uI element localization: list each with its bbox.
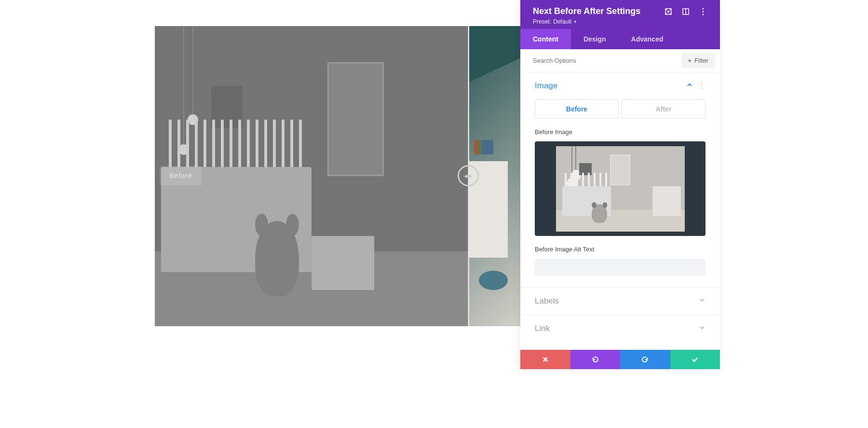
search-filter-row: + Filter (520, 49, 720, 72)
before-overlay-label: Before (160, 166, 202, 185)
before-image-picker[interactable] (535, 141, 705, 236)
preset-selector[interactable]: Preset: Default ▼ (533, 18, 707, 25)
settings-tabs: Content Design Advanced (520, 29, 720, 49)
panel-header: Next Before After Settings Preset: Defau… (520, 0, 720, 29)
section-image: Image ⋮ Before After Before Image (520, 72, 720, 288)
undo-icon (591, 356, 599, 363)
slider-arrow-right-icon: ▶ (469, 173, 473, 179)
more-menu-icon[interactable] (699, 7, 707, 16)
tab-design[interactable]: Design (571, 29, 619, 49)
section-link-header[interactable]: Link (520, 315, 720, 342)
settings-panel: Next Before After Settings Preset: Defau… (520, 0, 720, 369)
section-image-header[interactable]: Image ⋮ (520, 72, 720, 99)
svg-point-3 (703, 8, 704, 9)
slider-arrow-left-icon: ◀ (464, 173, 468, 179)
search-input[interactable] (533, 53, 681, 68)
section-labels: Labels (520, 288, 720, 315)
preset-label: Preset: (533, 18, 551, 25)
check-icon (691, 356, 699, 363)
alt-text-label: Before Image Alt Text (535, 246, 705, 253)
preset-value: Default (553, 18, 571, 25)
svg-point-5 (703, 14, 704, 15)
slider-handle[interactable]: ◀ ▶ (458, 165, 479, 186)
before-image-thumbnail (556, 146, 685, 232)
before-after-toggle: Before After (535, 99, 705, 119)
filter-label: Filter (694, 57, 708, 64)
toggle-before[interactable]: Before (535, 99, 619, 119)
options-scroll-area[interactable]: Image ⋮ Before After Before Image (520, 72, 720, 350)
save-button[interactable] (670, 350, 720, 369)
chevron-down-icon (699, 324, 705, 333)
section-link-title: Link (535, 324, 550, 333)
before-image-label: Before Image (535, 128, 705, 136)
preset-dropdown-icon: ▼ (573, 20, 577, 24)
section-labels-header[interactable]: Labels (520, 288, 720, 315)
chevron-up-icon (686, 82, 693, 90)
before-after-preview: Before ◀ ▶ (155, 26, 520, 326)
panel-title: Next Before After Settings (533, 6, 640, 16)
tab-content[interactable]: Content (520, 29, 571, 49)
cancel-button[interactable] (520, 350, 570, 369)
redo-button[interactable] (620, 350, 670, 369)
section-image-title: Image (535, 81, 557, 91)
undo-button[interactable] (570, 350, 621, 369)
section-labels-title: Labels (535, 296, 559, 306)
redo-icon (641, 356, 649, 363)
section-image-body: Before After Before Image (520, 99, 720, 287)
plus-icon: + (688, 57, 692, 64)
filter-button[interactable]: + Filter (681, 53, 715, 68)
close-icon (542, 356, 549, 363)
before-image-area: Before (155, 26, 468, 326)
snap-icon[interactable] (681, 7, 690, 16)
tab-advanced[interactable]: Advanced (619, 29, 676, 49)
footer-actions (520, 350, 720, 369)
section-link: Link (520, 315, 720, 342)
toggle-after[interactable]: After (622, 99, 705, 119)
chevron-down-icon (699, 297, 705, 305)
alt-text-input[interactable] (535, 259, 705, 276)
section-kebab-icon[interactable]: ⋮ (698, 82, 705, 90)
expand-icon[interactable] (664, 7, 673, 16)
svg-point-4 (703, 11, 704, 12)
